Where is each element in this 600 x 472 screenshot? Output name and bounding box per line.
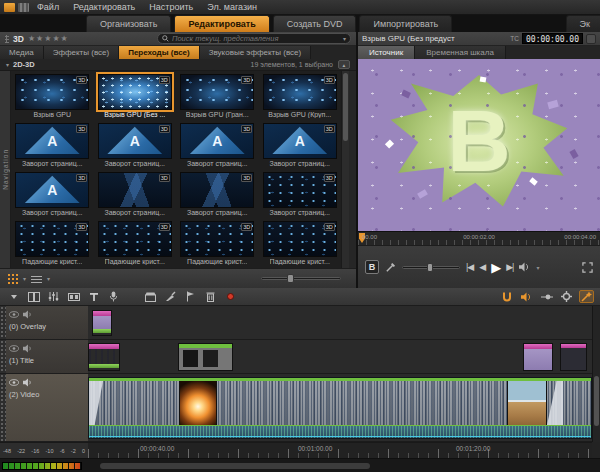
tab-sound-effects[interactable]: Звуковые эффекты (все) [200,46,311,59]
lane-title[interactable] [88,340,592,374]
marker-icon[interactable] [183,290,198,303]
ab-loop-button[interactable]: B [365,260,379,274]
lane-video[interactable] [88,374,592,442]
lane-overlay[interactable] [88,306,592,340]
title-clip[interactable] [560,343,587,371]
title-clip[interactable] [523,343,553,371]
speaker-icon[interactable] [23,378,32,387]
transition-item[interactable]: 3D Заворот страниц... [259,172,342,221]
step-back-button[interactable]: ◀ [479,262,485,272]
menu-file[interactable]: Файл [31,2,65,12]
magnet-icon[interactable] [499,290,514,303]
transition-item[interactable]: A3D Заворот страниц... [11,172,94,221]
tab-effects[interactable]: Эффекты (все) [44,46,120,59]
panel-grip-icon[interactable] [5,35,9,43]
jog-slider[interactable] [402,266,460,269]
razor-icon[interactable] [163,290,178,303]
volume-dropdown-icon[interactable]: ▾ [536,264,539,271]
rating-stars[interactable]: ★★★★★ [28,34,69,43]
speaker-icon[interactable] [519,262,530,272]
transition-item[interactable]: A3D Заворот страниц... [176,123,259,172]
transition-item[interactable]: 3D Падающие крист... [11,221,94,268]
trash-icon[interactable] [203,290,218,303]
tab-edit[interactable]: Редактировать [174,15,269,32]
tab-transitions[interactable]: Переходы (все) [119,46,200,59]
transition-item[interactable]: A3D Заворот страниц... [259,123,342,172]
search-filter-icon[interactable]: ▾ [343,35,346,42]
transition-item[interactable]: 3D Взрыв GPU (Круп... [259,74,342,123]
title-icon[interactable] [86,290,101,303]
thumbnail-zoom-slider[interactable] [261,277,341,280]
preview-ruler[interactable]: 00.00 00:00:02.00 00:00:04.00 [358,231,600,245]
video-clip[interactable] [88,377,592,439]
transition-item[interactable]: A3D Заворот страниц... [94,123,177,172]
eye-icon[interactable] [9,311,19,318]
transition-item[interactable]: 3D Падающие крист... [94,221,177,268]
gear-icon[interactable] [559,290,574,303]
collection-label[interactable]: 3D [13,34,24,44]
navigation-strip[interactable]: Navigation [0,71,11,268]
chevron-down-icon[interactable]: ▾ [23,275,26,282]
montage-clip[interactable] [178,343,233,371]
timeline-hscrollbar[interactable] [100,463,370,469]
transition-item[interactable]: A3D Заворот страниц... [11,123,94,172]
chevron-down-icon[interactable]: ▾ [47,275,50,282]
scrub-icon[interactable] [385,262,396,273]
transition-item[interactable]: 3D Взрыв GPU (Гран... [176,74,259,123]
play-button[interactable]: ▶ [491,260,500,275]
track-header-video[interactable]: (2) Video [0,374,88,442]
scrollbar-thumb[interactable] [594,376,599,426]
transition-item[interactable]: 3D Взрыв GPU [11,74,94,123]
eye-icon[interactable] [9,379,19,386]
speaker-icon[interactable] [23,310,32,319]
grip-icon[interactable] [0,374,6,441]
breadcrumb[interactable]: 2D-3D [13,60,35,69]
search-box[interactable]: ▾ [157,33,351,44]
transition-item[interactable]: 3D Заворот страниц... [94,172,177,221]
wand-icon[interactable] [579,290,594,303]
timeline-ruler[interactable]: 00:00:40.00 00:01:00.00 00:01:20.00 [88,442,592,458]
mic-icon[interactable] [106,290,121,303]
mixer-icon[interactable] [46,290,61,303]
clapper-icon[interactable] [143,290,158,303]
timecode-options-icon[interactable] [586,34,596,44]
menu-setup[interactable]: Настроить [143,2,199,12]
grip-icon[interactable] [0,340,6,373]
menu-edit[interactable]: Редактировать [67,2,141,12]
transition-item[interactable]: 3D Падающие крист... [176,221,259,268]
tab-create-dvd[interactable]: Создать DVD [273,15,357,32]
step-forward-button[interactable]: ▶| [506,262,513,272]
speaker-icon[interactable] [23,344,32,353]
grip-icon[interactable] [0,306,6,339]
grid-view-icon[interactable] [7,273,18,284]
transition-item-selected[interactable]: 3D Взрыв GPU (Без ... [94,74,177,123]
eye-icon[interactable] [9,345,19,352]
transition-item[interactable]: 3D Падающие крист... [259,221,342,268]
tab-export[interactable]: Эк [566,15,600,32]
film-icon[interactable] [66,290,81,303]
search-input[interactable] [172,34,340,43]
scrollbar-thumb[interactable] [343,73,348,141]
library-scrollbar[interactable] [341,71,349,268]
prev-clip-button[interactable]: |◀ [466,262,473,272]
tab-media[interactable]: Медиа [0,46,44,59]
fullscreen-icon[interactable] [582,262,593,273]
timeline-vscrollbar[interactable] [592,306,600,442]
scroll-top-button[interactable]: ▴ [338,60,350,69]
track-header-title[interactable]: (1) Title [0,340,88,374]
overlay-clip[interactable] [92,310,112,336]
panels-icon[interactable] [26,290,41,303]
menu-store[interactable]: Эл. магазин [201,2,263,12]
audio-scrub-icon[interactable] [519,290,534,303]
jog-slider-thumb[interactable] [427,263,433,272]
chevron-down-icon[interactable] [6,290,21,303]
chevron-down-icon[interactable]: ▾ [6,61,9,68]
zoom-slider-thumb[interactable] [287,274,294,283]
tab-import[interactable]: Импортировать [359,15,452,32]
tab-timeline[interactable]: Временная шкала [415,46,506,59]
tab-source[interactable]: Источник [358,46,415,59]
list-view-icon[interactable] [31,274,42,283]
slider-icon[interactable] [539,290,554,303]
record-icon[interactable] [223,290,238,303]
transition-item[interactable]: 3D Заворот страниц... [176,172,259,221]
